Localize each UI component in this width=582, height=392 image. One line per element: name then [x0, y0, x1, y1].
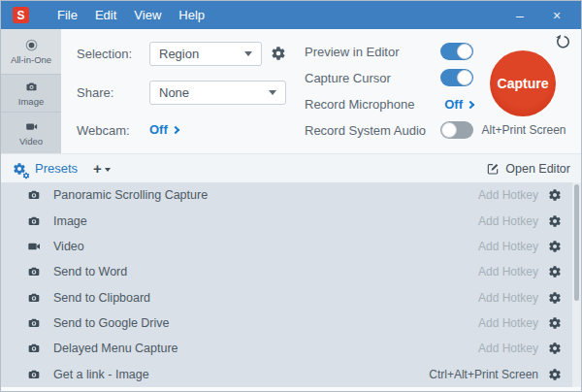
preset-settings-gear-icon[interactable] [548, 188, 562, 202]
selection-value: Region [159, 47, 244, 61]
toggle-knob [457, 70, 472, 85]
preset-row[interactable]: Panoramic Scrolling Capture Add Hotkey [1, 182, 581, 208]
reset-icon[interactable] [555, 34, 570, 49]
chevron-right-icon [467, 100, 474, 108]
preset-row[interactable]: Send to Word Add Hotkey [1, 259, 581, 284]
menu-edit[interactable]: Edit [86, 1, 125, 29]
preset-hotkey[interactable]: Add Hotkey [478, 316, 538, 330]
selection-settings-gear-icon[interactable] [271, 46, 286, 61]
preset-settings-gear-icon[interactable] [548, 291, 562, 305]
capture-button[interactable]: Capture [490, 50, 556, 116]
sidebar-tab-all-in-one[interactable]: All-in-One [1, 29, 61, 75]
preset-row[interactable]: Get a link - Image Ctrl+Alt+Print Screen [1, 362, 581, 387]
camera-icon [26, 187, 42, 203]
share-value: None [159, 85, 269, 100]
chevron-down-icon [105, 168, 111, 172]
video-icon [26, 239, 42, 254]
preset-row[interactable]: Video Add Hotkey [1, 234, 581, 259]
selection-label: Selection: [77, 47, 132, 61]
window-bottom-edge [1, 387, 581, 392]
preset-hotkey[interactable]: Ctrl+Alt+Print Screen [429, 368, 538, 381]
share-label: Share: [77, 85, 113, 100]
preset-settings-gear-icon[interactable] [548, 214, 562, 228]
scrollbar-track[interactable] [572, 182, 581, 387]
presets-settings-gear-icon[interactable] [13, 162, 26, 176]
open-editor-label: Open Editor [505, 162, 570, 176]
chevron-right-icon [172, 126, 179, 134]
preset-row[interactable]: Delayed Menu Capture Add Hotkey [1, 336, 581, 361]
record-system-audio-toggle[interactable] [440, 121, 473, 139]
sidebar-tab-image[interactable]: Image [1, 75, 61, 113]
preset-hotkey[interactable]: Add Hotkey [478, 188, 538, 202]
presets-title: Presets [35, 161, 78, 176]
preview-in-editor-label: Preview in Editor [305, 45, 440, 59]
preset-label: Get a link - Image [53, 368, 429, 381]
record-microphone-link[interactable]: Off [444, 97, 473, 112]
menu-bar: File Edit View Help [48, 1, 213, 29]
camera-icon [26, 213, 42, 229]
preset-label: Send to Clipboard [53, 291, 478, 305]
capture-panel: All-in-One Image Video Selection: Region… [1, 29, 581, 153]
preset-label: Delayed Menu Capture [53, 342, 478, 355]
record-system-audio-label: Record System Audio [305, 123, 440, 138]
preset-label: Send to Word [53, 265, 478, 278]
chevron-down-icon [244, 51, 252, 56]
preset-hotkey[interactable]: Add Hotkey [478, 240, 538, 253]
minimize-button[interactable]: – [501, 1, 538, 29]
preset-hotkey[interactable]: Add Hotkey [478, 291, 538, 305]
webcam-value: Off [149, 122, 168, 137]
window-controls: – × [501, 1, 575, 29]
preset-settings-gear-icon[interactable] [548, 265, 562, 278]
preset-settings-gear-icon[interactable] [548, 240, 562, 253]
add-preset-button[interactable]: + [93, 162, 111, 176]
sub-gear-icon [22, 172, 30, 180]
all-in-one-icon [24, 38, 39, 52]
preset-label: Video [53, 240, 478, 253]
sidebar-tab-label: All-in-One [11, 54, 51, 65]
menu-file[interactable]: File [48, 1, 86, 29]
plus-icon: + [93, 162, 102, 176]
preset-row[interactable]: Send to Google Drive Add Hotkey [1, 310, 581, 336]
camera-icon [24, 80, 39, 94]
capture-cursor-label: Capture Cursor [305, 71, 440, 85]
edit-pencil-icon [486, 162, 500, 176]
preset-row[interactable]: Image Add Hotkey [1, 208, 581, 233]
capture-hotkey-label: Alt+Print Screen [470, 123, 577, 137]
scrollbar-thumb[interactable] [574, 184, 579, 301]
capture-mode-sidebar: All-in-One Image Video [1, 29, 61, 153]
video-icon [24, 119, 39, 134]
sidebar-tab-label: Image [18, 96, 44, 107]
camera-icon [26, 264, 42, 279]
preset-hotkey[interactable]: Add Hotkey [478, 214, 538, 228]
record-microphone-label: Record Microphone [305, 97, 444, 112]
sidebar-tab-label: Video [19, 136, 43, 147]
app-logo-icon[interactable]: S [13, 7, 29, 23]
snagit-capture-window: S File Edit View Help – × All-in-One Ima… [0, 0, 582, 392]
presets-bar: Presets + Open Editor [1, 153, 581, 182]
title-bar: S File Edit View Help – × [1, 1, 581, 29]
share-dropdown[interactable]: None [149, 81, 286, 105]
preview-in-editor-toggle[interactable] [440, 43, 473, 60]
webcam-label: Webcam: [77, 123, 130, 138]
camera-icon [26, 315, 42, 331]
selection-dropdown[interactable]: Region [149, 42, 262, 66]
preset-settings-gear-icon[interactable] [548, 342, 562, 355]
capture-cursor-toggle[interactable] [440, 69, 473, 86]
menu-help[interactable]: Help [170, 1, 213, 29]
chevron-down-icon [269, 90, 276, 95]
preset-label: Panoramic Scrolling Capture [53, 188, 478, 202]
camera-icon [26, 290, 42, 306]
toggle-knob [457, 44, 472, 59]
menu-view[interactable]: View [125, 1, 170, 29]
sidebar-tab-video[interactable]: Video [1, 113, 61, 153]
preset-hotkey[interactable]: Add Hotkey [478, 342, 538, 355]
preset-label: Image [53, 214, 478, 228]
camera-icon [26, 367, 42, 382]
webcam-toggle-link[interactable]: Off [149, 122, 178, 137]
open-editor-button[interactable]: Open Editor [486, 162, 570, 176]
preset-settings-gear-icon[interactable] [548, 316, 562, 330]
preset-row[interactable]: Send to Clipboard Add Hotkey [1, 285, 581, 310]
preset-hotkey[interactable]: Add Hotkey [478, 265, 538, 278]
close-button[interactable]: × [538, 1, 575, 29]
preset-settings-gear-icon[interactable] [548, 368, 562, 381]
